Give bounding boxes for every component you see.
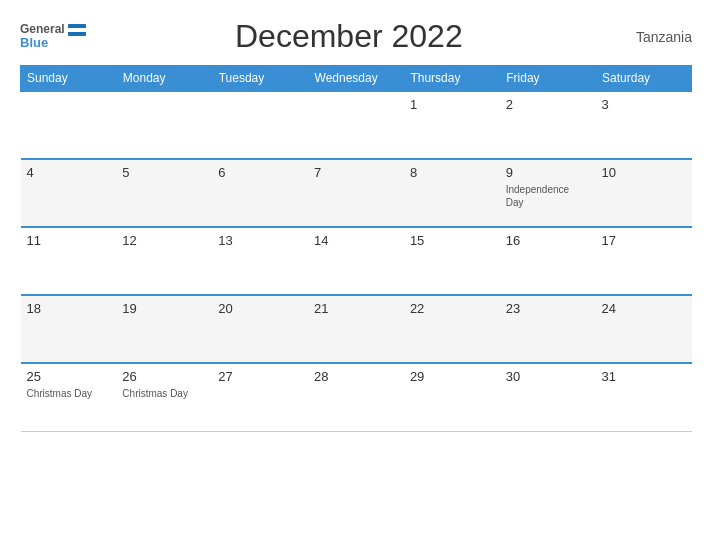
calendar-header: General Blue December 2022 Tanzania	[20, 18, 692, 55]
day-cell: 11	[21, 227, 117, 295]
day-cell: 7	[308, 159, 404, 227]
day-cell	[308, 91, 404, 159]
day-cell: 18	[21, 295, 117, 363]
day-number: 31	[602, 369, 686, 384]
day-number: 18	[27, 301, 111, 316]
day-number: 2	[506, 97, 590, 112]
day-cell: 1	[404, 91, 500, 159]
day-cell: 3	[596, 91, 692, 159]
header-friday: Friday	[500, 66, 596, 92]
day-number: 21	[314, 301, 398, 316]
day-number: 3	[602, 97, 686, 112]
day-cell: 24	[596, 295, 692, 363]
week-row-2: 456789Independence Day10	[21, 159, 692, 227]
header-monday: Monday	[116, 66, 212, 92]
week-row-1: 123	[21, 91, 692, 159]
day-number: 12	[122, 233, 206, 248]
day-cell: 6	[212, 159, 308, 227]
day-cell: 22	[404, 295, 500, 363]
day-cell: 28	[308, 363, 404, 431]
day-number: 23	[506, 301, 590, 316]
day-number: 27	[218, 369, 302, 384]
day-number: 10	[602, 165, 686, 180]
calendar-grid: Sunday Monday Tuesday Wednesday Thursday…	[20, 65, 692, 432]
day-cell	[116, 91, 212, 159]
day-cell: 21	[308, 295, 404, 363]
day-cell: 15	[404, 227, 500, 295]
calendar-container: General Blue December 2022 Tanzania Sund…	[0, 0, 712, 550]
day-number: 1	[410, 97, 494, 112]
day-cell	[21, 91, 117, 159]
header-thursday: Thursday	[404, 66, 500, 92]
day-number: 15	[410, 233, 494, 248]
day-cell: 29	[404, 363, 500, 431]
day-cell: 16	[500, 227, 596, 295]
header-sunday: Sunday	[21, 66, 117, 92]
day-number: 6	[218, 165, 302, 180]
holiday-label: Christmas Day	[27, 387, 111, 400]
header-tuesday: Tuesday	[212, 66, 308, 92]
day-cell: 9Independence Day	[500, 159, 596, 227]
weekday-header-row: Sunday Monday Tuesday Wednesday Thursday…	[21, 66, 692, 92]
day-cell: 25Christmas Day	[21, 363, 117, 431]
logo: General Blue	[20, 23, 86, 50]
header-wednesday: Wednesday	[308, 66, 404, 92]
day-cell: 8	[404, 159, 500, 227]
day-cell: 20	[212, 295, 308, 363]
day-number: 20	[218, 301, 302, 316]
day-cell: 2	[500, 91, 596, 159]
day-number: 5	[122, 165, 206, 180]
day-cell: 12	[116, 227, 212, 295]
day-number: 13	[218, 233, 302, 248]
day-number: 22	[410, 301, 494, 316]
header-saturday: Saturday	[596, 66, 692, 92]
day-number: 9	[506, 165, 590, 180]
day-cell: 17	[596, 227, 692, 295]
country-label: Tanzania	[612, 29, 692, 45]
week-row-4: 18192021222324	[21, 295, 692, 363]
day-number: 24	[602, 301, 686, 316]
holiday-label: Independence Day	[506, 183, 590, 209]
day-number: 30	[506, 369, 590, 384]
day-cell: 31	[596, 363, 692, 431]
day-cell: 26Christmas Day	[116, 363, 212, 431]
day-number: 4	[27, 165, 111, 180]
day-number: 11	[27, 233, 111, 248]
day-number: 26	[122, 369, 206, 384]
day-cell: 30	[500, 363, 596, 431]
day-number: 19	[122, 301, 206, 316]
holiday-label: Christmas Day	[122, 387, 206, 400]
day-number: 17	[602, 233, 686, 248]
day-cell: 4	[21, 159, 117, 227]
day-cell: 27	[212, 363, 308, 431]
day-cell: 13	[212, 227, 308, 295]
day-number: 7	[314, 165, 398, 180]
day-cell: 19	[116, 295, 212, 363]
week-row-5: 25Christmas Day26Christmas Day2728293031	[21, 363, 692, 431]
day-cell: 10	[596, 159, 692, 227]
day-number: 29	[410, 369, 494, 384]
day-cell: 14	[308, 227, 404, 295]
month-title: December 2022	[86, 18, 612, 55]
week-row-3: 11121314151617	[21, 227, 692, 295]
day-cell: 5	[116, 159, 212, 227]
day-cell: 23	[500, 295, 596, 363]
day-number: 25	[27, 369, 111, 384]
day-number: 14	[314, 233, 398, 248]
day-number: 16	[506, 233, 590, 248]
day-number: 28	[314, 369, 398, 384]
day-cell	[212, 91, 308, 159]
day-number: 8	[410, 165, 494, 180]
